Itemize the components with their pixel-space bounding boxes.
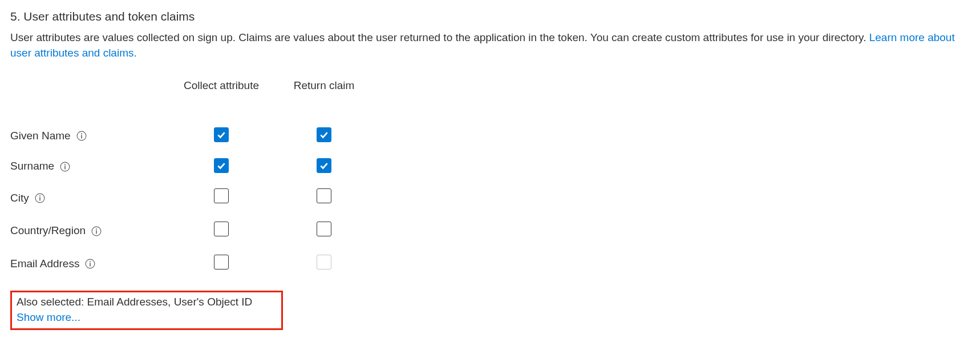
svg-point-7 [39,195,41,196]
table-row: City [10,182,370,215]
info-icon[interactable] [91,226,102,236]
svg-point-13 [90,262,91,263]
return-claim-checkbox[interactable] [317,188,331,203]
collect-attribute-checkbox[interactable] [214,127,229,142]
attribute-name: Given Name [10,128,71,144]
attribute-name: Surname [10,159,54,174]
also-selected-text: Also selected: Email Addresses, User's O… [17,295,277,310]
return-claim-checkbox [317,255,331,270]
info-icon[interactable] [60,162,70,172]
collect-attribute-checkbox[interactable] [214,222,229,236]
row-label: Surname [10,159,70,174]
svg-point-1 [81,133,82,134]
row-label: City [10,191,45,206]
section-title: 5. User attributes and token claims [10,8,970,25]
collect-attribute-checkbox[interactable] [214,158,229,173]
return-claim-checkbox[interactable] [317,158,331,173]
svg-rect-8 [39,197,41,200]
info-icon[interactable] [35,193,45,203]
attribute-name: Country/Region [10,223,86,239]
table-row: Surname [10,151,370,182]
column-header-name [10,78,164,121]
attributes-table: Collect attribute Return claim Given Nam… [10,78,370,281]
svg-rect-5 [64,166,66,169]
also-selected-callout: Also selected: Email Addresses, User's O… [10,291,283,330]
info-icon[interactable] [85,259,95,269]
section-description: User attributes are values collected on … [10,30,970,61]
column-header-return: Return claim [278,78,370,121]
svg-rect-11 [96,230,97,234]
svg-point-4 [64,164,66,165]
row-label: Given Name [10,128,87,144]
collect-attribute-checkbox[interactable] [214,188,229,203]
row-label: Email Address [10,256,95,272]
attribute-name: City [10,191,29,206]
description-text: User attributes are values collected on … [10,31,869,43]
svg-point-10 [96,228,97,230]
table-row: Given Name [10,120,370,151]
info-icon[interactable] [76,131,87,141]
row-label: Country/Region [10,223,102,239]
table-row: Country/Region [10,215,370,248]
return-claim-checkbox[interactable] [317,222,331,236]
svg-rect-14 [90,263,91,267]
show-more-link[interactable]: Show more... [17,311,80,323]
collect-attribute-checkbox[interactable] [214,255,229,270]
table-row: Email Address [10,248,370,281]
column-header-collect: Collect attribute [164,78,278,121]
return-claim-checkbox[interactable] [317,127,331,142]
attribute-name: Email Address [10,256,79,272]
svg-rect-2 [81,135,82,138]
